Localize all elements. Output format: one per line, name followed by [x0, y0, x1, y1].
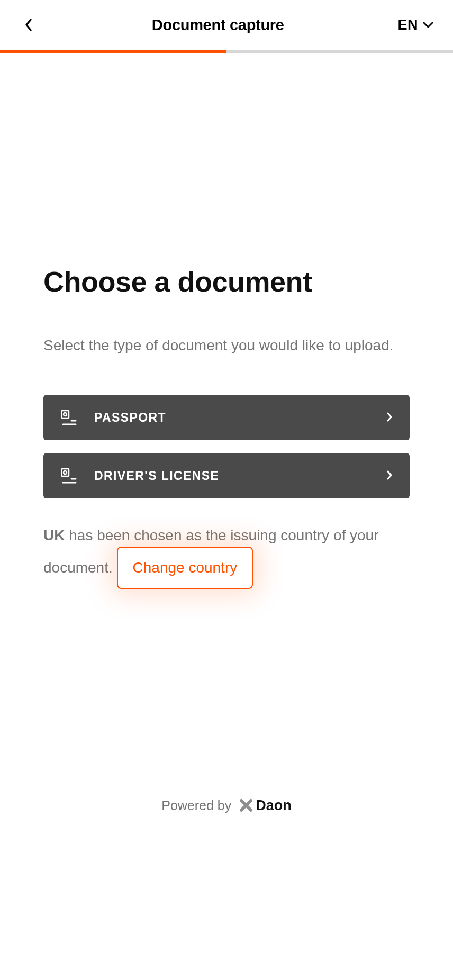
main-content: Choose a document Select the type of doc…: [0, 53, 453, 805]
passport-button[interactable]: PASSPORT: [43, 395, 410, 440]
chevron-down-icon: [422, 21, 434, 29]
brand: Daon: [239, 797, 292, 814]
id-card-icon: [60, 467, 78, 485]
svg-point-3: [64, 471, 67, 474]
drivers-license-label: DRIVER'S LICENSE: [94, 469, 386, 483]
drivers-license-button[interactable]: DRIVER'S LICENSE: [43, 453, 410, 498]
svg-point-1: [64, 413, 67, 416]
country-text: UK has been chosen as the issuing countr…: [43, 525, 410, 589]
progress-bar: [0, 50, 453, 53]
language-selector[interactable]: EN: [397, 17, 434, 33]
svg-rect-2: [61, 469, 69, 476]
footer: Powered by Daon: [0, 805, 453, 980]
back-button[interactable]: [19, 15, 38, 34]
page-title: Document capture: [38, 16, 397, 34]
country-name: UK: [43, 527, 65, 543]
id-card-icon: [60, 409, 78, 427]
change-country-link[interactable]: Change country: [117, 547, 253, 589]
powered-by-label: Powered by: [161, 798, 231, 813]
svg-rect-0: [61, 411, 69, 418]
progress-fill: [0, 50, 226, 53]
header: Document capture EN: [0, 0, 453, 50]
chevron-right-icon: [386, 412, 393, 424]
x-icon: [239, 798, 253, 813]
passport-label: PASSPORT: [94, 411, 386, 425]
heading: Choose a document: [43, 265, 410, 298]
chevron-left-icon: [24, 18, 33, 32]
subheading: Select the type of document you would li…: [43, 335, 410, 356]
language-label: EN: [397, 17, 418, 33]
chevron-right-icon: [386, 470, 393, 482]
brand-name: Daon: [256, 797, 292, 814]
